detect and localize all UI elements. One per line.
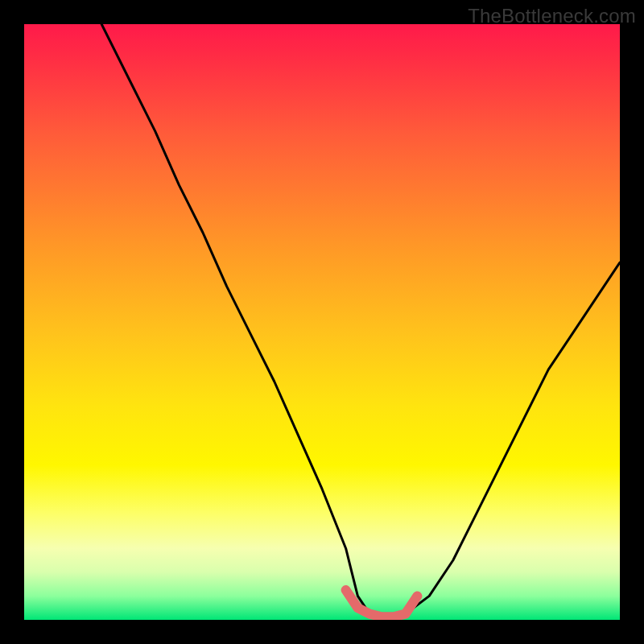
chart-curve (101, 24, 620, 620)
plot-area (24, 24, 620, 620)
curve-svg (24, 24, 620, 620)
chart-frame: TheBottleneck.com (0, 0, 644, 644)
